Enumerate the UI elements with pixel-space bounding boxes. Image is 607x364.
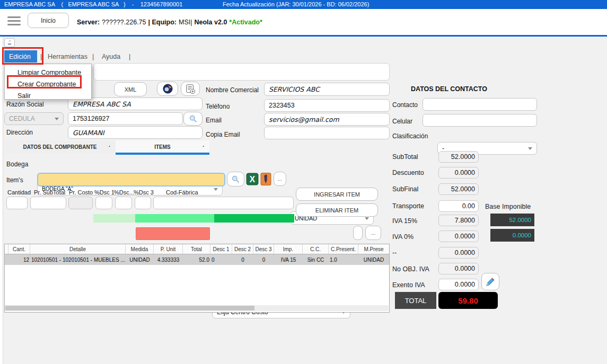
direccion-value: GUAMANI (73, 129, 104, 137)
email-field[interactable]: servicios@gmail.com (264, 113, 390, 126)
centro-costo-more-button[interactable]: ... (365, 226, 381, 240)
col-detalle[interactable]: Detalle (30, 244, 126, 254)
tab-items[interactable]: ITEMS . (116, 140, 209, 154)
equipo-value: MSI| (179, 19, 192, 26)
cantidad-label: Cantidad (7, 189, 31, 196)
celular-field[interactable] (423, 114, 537, 127)
edit-totals-button[interactable] (481, 273, 499, 290)
exento-iva-input[interactable]: 0.0000 (438, 279, 479, 290)
nombre-comercial-field[interactable]: SERVICIOS ABC (264, 83, 390, 96)
menu-item-crear-comprobante[interactable]: Crear Comprobante (5, 78, 92, 90)
active-tab-indicator (116, 153, 209, 155)
cell-detalle: 102010501 - 102010501 - MUEBLES ... (30, 254, 126, 265)
hamburger-menu-icon[interactable] (7, 14, 21, 28)
transporte-input[interactable]: 0.00 (438, 200, 479, 212)
table-hscrollbar-thumb[interactable] (5, 306, 254, 310)
total-value-badge: 59.80 (438, 292, 498, 309)
dsc2-input[interactable] (115, 197, 132, 209)
update-date-text: Fecha Actualización (JAR: 30/01/2026 - B… (223, 1, 369, 7)
menu-item-limpiar-comprobante[interactable]: Limpiar Comprobante (5, 67, 92, 78)
menu-item-salir[interactable]: Salir (5, 90, 92, 102)
cedula-value: 1753126927 (73, 115, 110, 122)
buscar-item-button[interactable] (227, 172, 244, 187)
cell-medida: UNIDAD (126, 254, 154, 265)
razon-social-label: Razón Social (6, 101, 44, 108)
excel-export-button[interactable]: X (246, 173, 259, 185)
server-status-line: Server: ??????.226.75 | Equipo: MSI| Neo… (77, 19, 262, 26)
contacto-field[interactable] (423, 98, 537, 111)
menu-edicion[interactable]: Edición (4, 50, 37, 63)
col-m-present[interactable]: M.Prese (358, 244, 389, 254)
chevron-down-icon (528, 147, 532, 150)
email-value: servicios@gmail.com (269, 116, 339, 123)
tipo-identificacion-select[interactable]: CEDULA (4, 112, 64, 125)
excel-icon: X (246, 173, 259, 185)
person-tag-icon (260, 172, 271, 186)
ingresar-item-button[interactable]: INGRESAR ITEM (296, 188, 378, 201)
activado-badge: *Activado* (229, 19, 262, 26)
col-total[interactable]: Total (183, 244, 210, 254)
direccion-field[interactable]: GUAMANI (68, 126, 203, 139)
more-options-button[interactable]: ... (274, 172, 286, 186)
menu-herramientas[interactable]: Herramientas (48, 53, 87, 60)
col-c-present[interactable]: C.Present. (329, 244, 358, 254)
menu-ayuda[interactable]: Ayuda (102, 53, 120, 60)
telefono-field[interactable]: 2323453 (264, 99, 390, 112)
table-row[interactable]: 12 102010501 - 102010501 - MUEBLES ... U… (5, 254, 389, 265)
app-title-bar: EMPRESA ABC SA ( EMPRESA ABC SA ) - 1234… (0, 0, 607, 9)
col-desc1[interactable]: Desc 1 (210, 244, 232, 254)
item-search-input[interactable] (37, 173, 225, 187)
row-gutter (5, 254, 8, 265)
sync-globe-button[interactable] (157, 82, 178, 96)
catalogo-button[interactable] (260, 172, 271, 186)
transporte-label: Transporte (392, 202, 424, 210)
col-medida[interactable]: Medida (126, 244, 154, 254)
iva0-label: IVA 0% (392, 233, 414, 241)
cod-fabrica-input[interactable] (153, 197, 294, 209)
direccion-label: Dirección (6, 129, 33, 136)
small-blank-button[interactable] (353, 226, 363, 240)
exento-iva-label: Exento IVA (392, 281, 425, 289)
base-iva15-badge: 52.0000 (490, 214, 534, 226)
descuento-value: 0.0000 (438, 167, 479, 179)
bodega-label: Bodega (6, 161, 28, 168)
col-p-unit[interactable]: P. Unit (154, 244, 183, 254)
iva15-label: IVA 15% (392, 217, 417, 225)
datos-contacto-title: DATOS DEL CONTACTO (411, 85, 487, 93)
inicio-button[interactable]: Inicio (28, 13, 69, 28)
cantidad-input[interactable] (6, 197, 28, 209)
dsc3-input[interactable] (135, 197, 151, 209)
descuento-label: Descuento (392, 169, 424, 176)
cell-desc1: 0 (210, 254, 232, 265)
dsc1-input[interactable] (95, 197, 112, 209)
tab-datos-comprobante[interactable]: DATOS DEL COMPROBANTE . (4, 140, 116, 154)
cell-m-present: UNIDAD (358, 254, 389, 265)
server-value: ??????.226.75 (102, 19, 146, 26)
buscar-cliente-button[interactable] (183, 112, 203, 126)
pr-subtotal-input[interactable] (30, 197, 66, 209)
otros-value: 0.0000 (438, 247, 479, 259)
pr-costo-label: Pr. Costo (69, 189, 93, 196)
green-bar-light (93, 214, 135, 223)
cell-c-present: 1.0 (329, 254, 358, 265)
col-desc2[interactable]: Desc 2 (232, 244, 253, 254)
cedula-field[interactable]: 1753126927 (68, 112, 183, 125)
col-cc[interactable]: C.C. (303, 244, 329, 254)
chevron-down-icon (214, 188, 218, 191)
subfinal-value: 52.0000 (438, 183, 479, 195)
eliminar-item-button[interactable]: ELIMINAR ITEM (296, 203, 378, 217)
col-desc3[interactable]: Desc 3 (253, 244, 274, 254)
add-list-button[interactable] (181, 82, 200, 96)
no-obj-iva-label: No OBJ. IVA (392, 265, 429, 273)
java-icon[interactable] (4, 38, 15, 47)
copia-email-field[interactable] (264, 127, 390, 139)
search-icon (231, 175, 240, 184)
dsc2-label: %Dsc... (114, 189, 134, 196)
col-imp[interactable]: Imp. (274, 244, 303, 254)
cell-desc3: 0 (253, 254, 274, 265)
copia-email-label: Copia Email (206, 131, 240, 138)
xml-button[interactable]: XML (114, 82, 147, 96)
col-cant[interactable]: Cant. (8, 244, 30, 254)
centro-costo-alert-field[interactable] (136, 227, 210, 240)
total-label: TOTAL (395, 292, 436, 309)
